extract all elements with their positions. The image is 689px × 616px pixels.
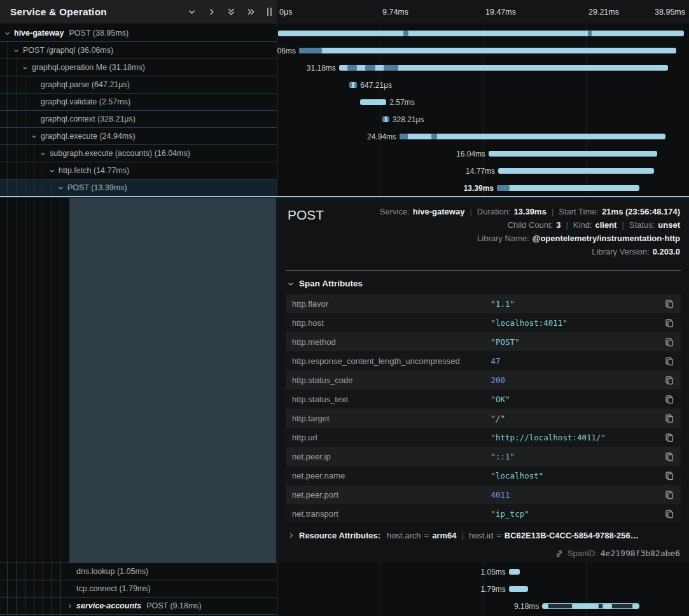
- span-bar[interactable]: [382, 116, 389, 122]
- timeline-row-dns-lookup[interactable]: 1.05ms: [277, 563, 689, 580]
- span-bar[interactable]: [400, 134, 665, 139]
- span-row-post[interactable]: POST (13.39ms): [0, 179, 277, 197]
- link-icon[interactable]: [555, 549, 564, 558]
- timeline-row-graphql-execute[interactable]: 24.94ms: [277, 128, 689, 145]
- timeline-row-service-accounts-post[interactable]: 9.18ms: [277, 598, 689, 615]
- copy-button[interactable]: [659, 471, 674, 480]
- expander-toggle[interactable]: [2, 28, 12, 38]
- chevron-down-icon: [287, 280, 295, 288]
- span-attributes-header[interactable]: Span Attributes: [287, 279, 363, 288]
- indent-guide: [34, 145, 34, 162]
- span-attributes-table: http.flavor"1.1"http.host"localhost:4011…: [286, 294, 681, 523]
- timeline-row-graphql-operation-me[interactable]: 31.18ms: [277, 59, 689, 76]
- copy-button[interactable]: [659, 299, 674, 309]
- span-row-tcp-connect[interactable]: tcp.connect (1.79ms): [0, 580, 277, 598]
- timeline-row-graphql-validate[interactable]: 2.57ms: [277, 94, 689, 111]
- panel-resize-handle[interactable]: [267, 8, 272, 16]
- separator: |: [622, 220, 623, 230]
- span-bar[interactable]: [360, 99, 386, 105]
- copy-button[interactable]: [659, 395, 674, 404]
- expander-toggle[interactable]: [46, 165, 57, 176]
- meta-value: 0.203.0: [653, 247, 680, 256]
- indent-guides: [0, 198, 69, 615]
- operation-label: subgraph.execute (accounts) (16.04ms): [50, 149, 190, 158]
- span-bar[interactable]: [299, 48, 676, 53]
- span-bar[interactable]: [278, 31, 684, 36]
- detail-meta-line: Library Name:@opentelemetry/instrumentat…: [380, 232, 680, 245]
- attribute-key: net.peer.port: [292, 490, 491, 500]
- collapse-one-level-button[interactable]: [206, 7, 216, 17]
- span-row-hive-gateway-post[interactable]: hive-gatewayPOST (38.95ms): [0, 25, 277, 42]
- timeline-row-subgraph-execute[interactable]: 16.04ms: [277, 145, 689, 162]
- span-bar[interactable]: [489, 151, 657, 157]
- resource-attributes-title: Resource Attributes:: [299, 531, 380, 540]
- timeline-row-post-graphql[interactable]: 36.06ms: [277, 42, 689, 59]
- span-row-graphql-context[interactable]: graphql.context (328.21μs): [0, 111, 277, 128]
- copy-button[interactable]: [659, 433, 674, 442]
- indent-guide: [16, 563, 17, 580]
- operation-label: graphql.execute (24.94ms): [41, 132, 136, 141]
- copy-button[interactable]: [659, 509, 674, 519]
- copy-button[interactable]: [659, 375, 674, 385]
- expand-one-level-button[interactable]: [186, 7, 197, 17]
- operation-label: POST (38.95ms): [69, 29, 129, 38]
- copy-button[interactable]: [659, 356, 674, 366]
- collapse-all-button[interactable]: [246, 7, 256, 17]
- span-row-graphql-parse[interactable]: graphql.parse (647.21μs): [0, 76, 277, 94]
- chevron-right-icon: [66, 603, 73, 610]
- chevron-down-icon: [4, 30, 11, 37]
- expander-spacer: [64, 584, 74, 594]
- bar-segment: [387, 116, 389, 122]
- attribute-key: http.url: [292, 433, 491, 442]
- expand-all-button[interactable]: [226, 7, 236, 17]
- bar-segment: [588, 31, 592, 36]
- expander-toggle[interactable]: [29, 131, 39, 141]
- span-row-service-accounts-post[interactable]: service-accountsPOST (9.18ms): [0, 598, 277, 615]
- span-bar[interactable]: [497, 185, 639, 191]
- bar-segment: [572, 604, 599, 608]
- indent-guide: [16, 198, 17, 615]
- span-id-label: SpanID:: [567, 549, 597, 558]
- span-bar[interactable]: [509, 569, 520, 575]
- expander-toggle[interactable]: [64, 601, 74, 611]
- span-bar[interactable]: [349, 82, 357, 88]
- span-row-subgraph-execute[interactable]: subgraph.execute (accounts) (16.04ms): [0, 145, 277, 162]
- span-row-graphql-validate[interactable]: graphql.validate (2.57ms): [0, 94, 277, 111]
- expander-toggle[interactable]: [55, 183, 66, 193]
- span-bar[interactable]: [498, 168, 654, 174]
- resource-attributes-row[interactable]: Resource Attributes: host.arch=arm64|hos…: [288, 531, 680, 540]
- resource-attribute-key: host.arch: [387, 531, 421, 540]
- copy-button[interactable]: [659, 490, 674, 500]
- attribute-row-http-status-text: http.status_text"OK": [286, 389, 681, 409]
- copy-button[interactable]: [659, 414, 674, 423]
- copy-button[interactable]: [659, 452, 674, 461]
- span-bar[interactable]: [339, 65, 668, 71]
- copy-button[interactable]: [659, 318, 674, 328]
- timeline-row-tcp-connect[interactable]: 1.79ms: [277, 580, 689, 598]
- attribute-value: "POST": [491, 337, 659, 347]
- timeline-row-http-fetch[interactable]: 14.77ms: [277, 162, 689, 179]
- bar-duration-label: 647.21μs: [360, 81, 392, 90]
- expander-toggle[interactable]: [11, 45, 21, 55]
- span-bar[interactable]: [542, 603, 639, 609]
- timeline-row-post[interactable]: 13.39ms: [277, 179, 689, 197]
- expander-toggle[interactable]: [20, 62, 30, 73]
- chevrons-right-icon: [246, 7, 256, 17]
- bar-duration-label: 31.18ms: [307, 64, 336, 73]
- expander-toggle[interactable]: [38, 148, 48, 158]
- link-icon: [555, 549, 564, 558]
- copy-icon: [665, 375, 674, 385]
- span-row-dns-lookup[interactable]: dns.lookup (1.05ms): [0, 563, 277, 580]
- timeline-row-hive-gateway-post[interactable]: 38.95ms: [277, 25, 689, 42]
- trace-viewer: 0μs9.74ms19.47ms29.21ms38.95ms Service &…: [0, 0, 689, 616]
- copy-button[interactable]: [659, 337, 674, 347]
- span-row-graphql-execute[interactable]: graphql.execute (24.94ms): [0, 128, 277, 145]
- indent-guide: [7, 111, 8, 127]
- meta-label: Start Time:: [559, 207, 599, 216]
- span-row-post-graphql[interactable]: POST /graphql (36.06ms): [0, 42, 277, 59]
- timeline-row-graphql-context[interactable]: 328.21μs: [277, 111, 689, 128]
- timeline-row-graphql-parse[interactable]: 647.21μs: [277, 76, 689, 94]
- span-row-graphql-operation-me[interactable]: graphql.operation Me (31.18ms): [0, 59, 277, 76]
- span-row-http-fetch[interactable]: http.fetch (14.77ms): [0, 162, 277, 179]
- span-bar[interactable]: [509, 586, 528, 592]
